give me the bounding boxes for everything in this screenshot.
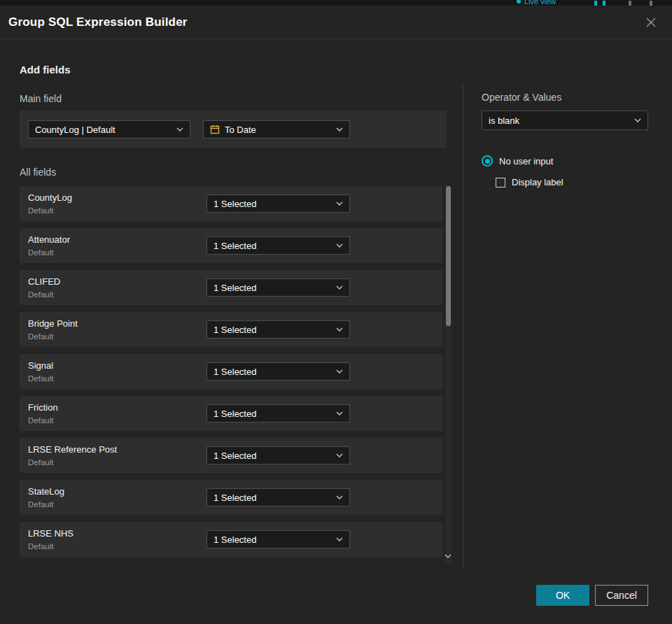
chevron-down-icon xyxy=(336,453,343,458)
chevron-down-icon xyxy=(336,201,343,206)
live-view-label: Live view xyxy=(524,0,556,6)
main-field-source-value: CountyLog | Default xyxy=(35,125,172,135)
chevron-down-icon xyxy=(336,411,343,416)
fields-list-scrollbar[interactable] xyxy=(445,186,451,564)
field-row: Bridge Point Default 1 Selected xyxy=(20,312,442,347)
field-name: Signal xyxy=(28,360,53,371)
selected-count-dropdown[interactable]: 1 Selected xyxy=(206,236,350,255)
cancel-button[interactable]: Cancel xyxy=(595,585,648,606)
live-view-indicator: Live view xyxy=(517,0,556,6)
selected-count-dropdown[interactable]: 1 Selected xyxy=(206,320,350,339)
selected-count-value: 1 Selected xyxy=(214,367,331,377)
add-fields-heading: Add fields xyxy=(20,64,71,76)
radio-selected-icon xyxy=(482,155,493,166)
toolbar-icon xyxy=(594,1,597,6)
toolbar-icon xyxy=(603,1,606,6)
calendar-icon xyxy=(210,125,220,134)
selected-count-value: 1 Selected xyxy=(214,283,331,293)
toolbar-icon xyxy=(629,1,631,6)
no-user-input-label: No user input xyxy=(499,156,553,166)
field-subtitle: Default xyxy=(28,206,53,215)
all-fields-label: All fields xyxy=(20,166,56,178)
scrollbar-thumb[interactable] xyxy=(446,186,451,326)
all-fields-list: CountyLog Default 1 Selected Attenuator … xyxy=(20,186,442,564)
field-name: Friction xyxy=(28,402,58,413)
field-subtitle: Default xyxy=(28,458,53,467)
field-subtitle: Default xyxy=(28,416,53,425)
display-label-checkbox[interactable]: Display label xyxy=(496,177,564,187)
field-name: LRSE NHS xyxy=(28,528,74,539)
main-field-label: Main field xyxy=(20,93,62,104)
chevron-down-icon xyxy=(336,537,343,541)
field-subtitle: Default xyxy=(28,332,53,341)
chevron-down-icon xyxy=(336,285,343,290)
field-row: Friction Default 1 Selected xyxy=(20,396,442,431)
chevron-down-icon xyxy=(336,127,343,132)
dialog-title: Group SQL Expression Builder xyxy=(8,15,188,29)
operator-value: is blank xyxy=(489,115,629,126)
selected-count-value: 1 Selected xyxy=(214,492,331,503)
field-subtitle: Default xyxy=(28,290,53,299)
selected-count-value: 1 Selected xyxy=(214,199,331,209)
selected-count-dropdown[interactable]: 1 Selected xyxy=(206,488,350,506)
field-row: LRSE Reference Post Default 1 Selected xyxy=(20,438,442,473)
selected-count-dropdown[interactable]: 1 Selected xyxy=(206,194,350,213)
field-subtitle: Default xyxy=(28,248,53,257)
chevron-down-icon xyxy=(634,118,641,122)
close-icon[interactable] xyxy=(643,14,659,31)
selected-count-value: 1 Selected xyxy=(214,241,331,251)
field-name: CountyLog xyxy=(28,192,72,203)
field-row: Attenuator Default 1 Selected xyxy=(20,228,442,263)
field-subtitle: Default xyxy=(28,542,53,551)
chevron-down-icon xyxy=(176,127,183,132)
field-row: Signal Default 1 Selected xyxy=(20,354,442,389)
field-name: LRSE Reference Post xyxy=(28,444,117,455)
main-field-date-dropdown[interactable]: To Date xyxy=(203,120,350,139)
ok-button[interactable]: OK xyxy=(536,585,589,606)
field-name: CLIFED xyxy=(28,276,60,287)
field-row: CountyLog Default 1 Selected xyxy=(20,186,442,221)
selected-count-value: 1 Selected xyxy=(214,409,331,419)
group-sql-expression-builder-dialog: Group SQL Expression Builder Add fields … xyxy=(0,6,672,624)
scrollbar-down-arrow-icon[interactable] xyxy=(444,548,451,561)
live-view-dot-icon xyxy=(517,0,521,3)
chevron-down-icon xyxy=(336,327,343,332)
app-toolbar-strip: Live view xyxy=(0,0,672,6)
field-name: Attenuator xyxy=(28,234,70,245)
main-field-row: CountyLog | Default To Date xyxy=(20,111,447,148)
field-name: StateLog xyxy=(28,486,64,497)
field-row: CLIFED Default 1 Selected xyxy=(20,270,442,305)
chevron-down-icon xyxy=(336,495,343,499)
operator-dropdown[interactable]: is blank xyxy=(482,111,648,130)
selected-count-value: 1 Selected xyxy=(214,534,331,545)
checkbox-unchecked-icon xyxy=(496,178,505,187)
field-name: Bridge Point xyxy=(28,318,78,329)
field-subtitle: Default xyxy=(28,500,53,509)
toolbar-icon xyxy=(650,1,652,6)
chevron-down-icon xyxy=(336,369,343,374)
selected-count-dropdown[interactable]: 1 Selected xyxy=(206,362,350,381)
selected-count-dropdown[interactable]: 1 Selected xyxy=(206,530,350,548)
operator-values-label: Operator & Values xyxy=(482,92,561,103)
no-user-input-radio[interactable]: No user input xyxy=(482,155,553,166)
main-field-source-dropdown[interactable]: CountyLog | Default xyxy=(28,120,190,139)
main-field-date-value: To Date xyxy=(225,125,331,135)
selected-count-dropdown[interactable]: 1 Selected xyxy=(206,278,350,297)
display-label-label: Display label xyxy=(512,177,564,187)
selected-count-value: 1 Selected xyxy=(214,325,331,335)
field-row: LRSE NHS Default 1 Selected xyxy=(20,522,442,557)
selected-count-dropdown[interactable]: 1 Selected xyxy=(206,446,350,465)
field-row: StateLog Default 1 Selected xyxy=(20,480,442,515)
field-subtitle: Default xyxy=(28,374,53,383)
selected-count-dropdown[interactable]: 1 Selected xyxy=(206,404,350,423)
panel-divider xyxy=(463,83,463,567)
dialog-header: Group SQL Expression Builder xyxy=(0,6,672,39)
chevron-down-icon xyxy=(336,243,343,248)
selected-count-value: 1 Selected xyxy=(214,451,331,461)
